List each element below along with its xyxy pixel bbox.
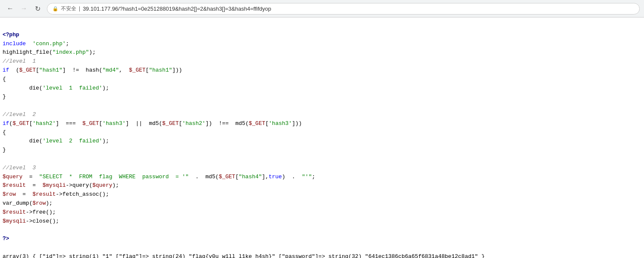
- forward-button[interactable]: →: [18, 3, 30, 14]
- include-line: include 'conn.php';: [3, 41, 69, 47]
- brace-close1: }: [3, 93, 6, 100]
- result-line: $result = $mysqli->query($query);: [3, 182, 119, 188]
- security-icon: 🔒: [52, 6, 58, 12]
- vardump-line: var_dump($row);: [3, 200, 52, 206]
- highlight-line: highlight_file("index.php");: [3, 49, 95, 55]
- free-line: $result->free();: [3, 209, 56, 215]
- php-close-tag: ?>: [3, 235, 9, 242]
- insecure-label: 不安全: [61, 5, 76, 12]
- if-level1: if ($_GET["hash1"] != hash("md4", $_GET[…: [3, 67, 182, 73]
- brace-open1: {: [3, 76, 6, 82]
- nav-buttons: ← → ↻: [4, 3, 43, 14]
- comment-level1: //level 1: [3, 58, 36, 64]
- brace-open2: {: [3, 129, 6, 136]
- die-level1: die('level 1 failed');: [3, 85, 109, 91]
- die-level2: die('level 2 failed');: [3, 138, 109, 144]
- page-content: <?php include 'conn.php'; highlight_file…: [0, 17, 644, 258]
- comment-level2: //level 2: [3, 111, 36, 118]
- brace-close2: }: [3, 147, 6, 153]
- address-bar[interactable]: 🔒 不安全 | 39.101.177.96/?hash1=0e251288019…: [47, 3, 640, 14]
- reload-button[interactable]: ↻: [32, 3, 43, 14]
- query-line: $query = "SELECT * FROM flag WHERE passw…: [3, 174, 315, 180]
- separator: |: [79, 6, 80, 12]
- url-display: 39.101.177.96/?hash1=0e251288019&hash2[]…: [83, 6, 271, 12]
- php-open-tag: <?php: [3, 32, 19, 38]
- output-line: array(3) { ["id"]=> string(1) "1" ["flag…: [3, 253, 485, 258]
- row-line: $row = $result->fetch_assoc();: [3, 191, 109, 197]
- close-line: $mysqli->close();: [3, 218, 59, 224]
- code-block: <?php include 'conn.php'; highlight_file…: [3, 22, 641, 258]
- if-level2: if($_GET['hash2'] === $_GET['hash3'] || …: [3, 120, 302, 127]
- back-button[interactable]: ←: [4, 3, 16, 14]
- browser-chrome: ← → ↻ 🔒 不安全 | 39.101.177.96/?hash1=0e251…: [0, 0, 644, 17]
- comment-level3: //level 3: [3, 165, 36, 171]
